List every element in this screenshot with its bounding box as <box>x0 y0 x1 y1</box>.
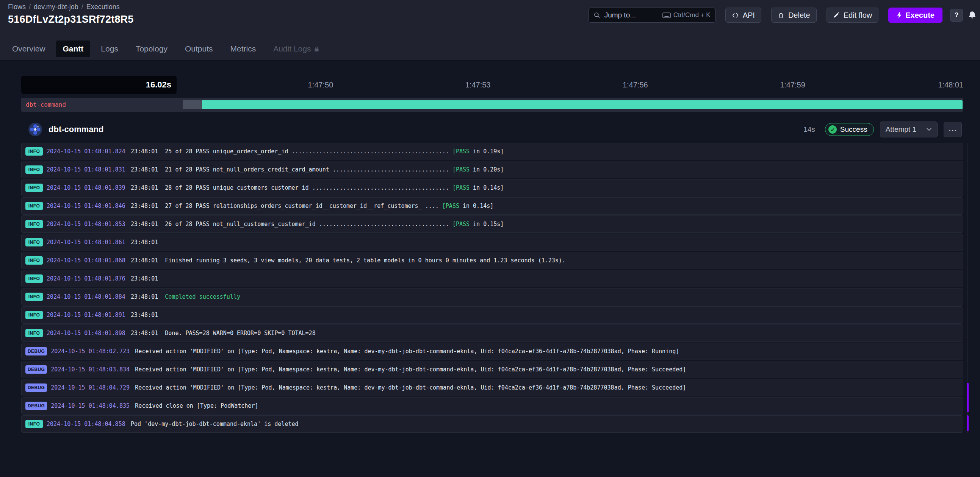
delete-button[interactable]: Delete <box>771 8 817 23</box>
log-level-badge: INFO <box>25 147 43 155</box>
execute-button-label: Execute <box>905 11 934 20</box>
log-timestamp: 2024-10-15 01:48:01.846 <box>47 203 126 209</box>
tab-audit-logs[interactable]: Audit Logs <box>266 41 326 57</box>
breadcrumb-executions[interactable]: Executions <box>86 3 120 11</box>
log-message: 23:48:01 Done. PASS=28 WARN=0 ERROR=0 SK… <box>131 330 316 336</box>
total-duration-label: 16.02s <box>21 76 177 94</box>
breadcrumb-flow-id[interactable]: dev.my-dbt-job <box>34 3 78 11</box>
log-row[interactable]: INFO 2024-10-15 01:48:01.846 23:48:01 27… <box>21 197 963 215</box>
log-level-badge: INFO <box>25 238 43 246</box>
log-level-badge: INFO <box>25 256 43 265</box>
tab-outputs[interactable]: Outputs <box>178 41 220 57</box>
log-timestamp: 2024-10-15 01:48:01.884 <box>47 293 126 300</box>
status-badge-label: Success <box>840 125 867 134</box>
api-button[interactable]: API <box>725 8 761 23</box>
time-axis: 1:47:50 1:47:53 1:47:56 1:47:59 1:48:01 <box>177 76 963 94</box>
execution-id-title: 516DfLvZt2p31SRf72t8R5 <box>8 14 134 25</box>
log-row[interactable]: DEBUG 2024-10-15 01:48:04.729 Received a… <box>21 379 963 396</box>
edit-flow-button[interactable]: Edit flow <box>827 8 879 23</box>
log-list: INFO 2024-10-15 01:48:01.824 23:48:01 25… <box>21 143 963 433</box>
tab-audit-logs-label: Audit Logs <box>273 44 311 53</box>
log-row[interactable]: INFO 2024-10-15 01:48:01.831 23:48:01 21… <box>21 161 963 178</box>
gantt-header: 16.02s 1:47:50 1:47:53 1:47:56 1:47:59 1… <box>21 76 963 94</box>
log-level-badge: INFO <box>25 274 43 283</box>
top-header: Flows / dev.my-dbt-job / Executions 516D… <box>0 0 980 38</box>
log-message: 23:48:01 <box>131 312 158 319</box>
log-message: 23:48:01 21 of 28 PASS not_null_orders_c… <box>131 166 504 173</box>
gantt-bar-pending-segment[interactable] <box>183 100 202 109</box>
breadcrumb-flows[interactable]: Flows <box>8 3 26 11</box>
log-message: 23:48:01 26 of 28 PASS not_null_customer… <box>131 221 504 228</box>
log-message: Received action 'MODIFIED' on [Type: Pod… <box>135 366 686 373</box>
shortcut-text: Ctrl/Cmd + K <box>673 11 711 19</box>
log-row[interactable]: INFO 2024-10-15 01:48:01.861 23:48:01 <box>21 234 963 251</box>
log-row[interactable]: INFO 2024-10-15 01:48:01.876 23:48:01 <box>21 270 963 287</box>
log-row[interactable]: INFO 2024-10-15 01:48:01.891 23:48:01 <box>21 306 963 324</box>
notifications-bell-icon[interactable] <box>967 11 977 20</box>
log-level-badge: INFO <box>25 165 43 174</box>
log-timestamp: 2024-10-15 01:48:01.876 <box>47 275 126 282</box>
chevron-down-icon <box>926 128 932 132</box>
gantt-bar-running-segment[interactable] <box>202 100 963 109</box>
tab-logs[interactable]: Logs <box>94 41 125 57</box>
search-icon <box>593 12 600 19</box>
success-check-icon <box>829 125 837 134</box>
time-tick: 1:48:01 <box>938 81 963 89</box>
log-level-badge: INFO <box>25 329 43 337</box>
log-row[interactable]: DEBUG 2024-10-15 01:48:02.723 Received a… <box>21 342 963 360</box>
time-tick: 1:47:53 <box>465 81 491 89</box>
time-tick: 1:47:59 <box>780 81 805 89</box>
task-menu-button[interactable]: … <box>943 122 962 137</box>
tab-gantt[interactable]: Gantt <box>56 41 91 57</box>
log-timestamp: 2024-10-15 01:48:01.891 <box>47 312 126 319</box>
log-message: 23:48:01 28 of 28 PASS unique_customers_… <box>131 184 504 191</box>
log-level-badge: INFO <box>25 202 43 210</box>
log-message: 23:48:01 <box>131 275 158 282</box>
log-row[interactable]: INFO 2024-10-15 01:48:01.824 23:48:01 25… <box>21 143 963 160</box>
search-input[interactable] <box>604 11 648 20</box>
tab-metrics[interactable]: Metrics <box>224 41 263 57</box>
lightning-icon <box>896 11 902 19</box>
log-timestamp: 2024-10-15 01:48:01.824 <box>47 148 126 155</box>
log-row[interactable]: INFO 2024-10-15 01:48:01.868 23:48:01 Fi… <box>21 252 963 269</box>
scrollbar-thumb[interactable] <box>967 383 969 412</box>
log-timestamp: 2024-10-15 01:48:01.898 <box>47 330 126 336</box>
log-level-badge: DEBUG <box>25 347 47 355</box>
log-row[interactable]: DEBUG 2024-10-15 01:48:03.834 Received a… <box>21 361 963 378</box>
tab-overview[interactable]: Overview <box>5 41 52 57</box>
attempt-dropdown[interactable]: Attempt 1 <box>880 122 937 138</box>
log-row[interactable]: INFO 2024-10-15 01:48:01.898 23:48:01 Do… <box>21 325 963 342</box>
task-duration: 14s <box>803 125 815 134</box>
log-row[interactable]: INFO 2024-10-15 01:48:01.839 23:48:01 28… <box>21 179 963 197</box>
log-row[interactable]: INFO 2024-10-15 01:48:01.884 23:48:01 Co… <box>21 288 963 306</box>
api-icon <box>732 12 739 19</box>
log-message: Received close on [Type: PodWatcher] <box>135 403 258 409</box>
log-level-badge: DEBUG <box>25 402 47 410</box>
gantt-task-row[interactable]: dbt-command <box>21 98 963 112</box>
execute-button[interactable]: Execute <box>888 8 942 23</box>
log-level-badge: INFO <box>25 220 43 228</box>
log-row[interactable]: DEBUG 2024-10-15 01:48:04.835 Received c… <box>21 397 963 415</box>
log-message: Pod 'dev-my-dbt-job-dbt-command-eknla' i… <box>131 421 299 428</box>
log-message: Received action 'MODIFIED' on [Type: Pod… <box>135 384 686 391</box>
status-badge: Success <box>825 123 874 136</box>
task-card: dbt-command 14s Success Attempt 1 … INFO… <box>21 117 963 433</box>
gantt-task-label: dbt-command <box>21 101 66 108</box>
keyboard-icon <box>662 13 671 18</box>
log-timestamp: 2024-10-15 01:48:02.723 <box>51 348 130 355</box>
log-timestamp: 2024-10-15 01:48:04.729 <box>51 384 130 391</box>
log-message: Received action 'MODIFIED' on [Type: Pod… <box>135 348 679 355</box>
attempt-dropdown-value: Attempt 1 <box>886 125 916 134</box>
task-icon <box>28 122 43 137</box>
log-row[interactable]: INFO 2024-10-15 01:48:04.858 Pod 'dev-my… <box>21 415 963 433</box>
jump-to-search[interactable]: Ctrl/Cmd + K <box>589 8 716 23</box>
scrollbar-thumb[interactable] <box>967 415 969 431</box>
log-timestamp: 2024-10-15 01:48:04.858 <box>47 421 126 428</box>
delete-button-label: Delete <box>788 11 810 20</box>
tab-bar: Overview Gantt Logs Topology Outputs Met… <box>0 38 980 60</box>
tab-topology[interactable]: Topology <box>129 41 174 57</box>
log-row[interactable]: INFO 2024-10-15 01:48:01.853 23:48:01 26… <box>21 216 963 233</box>
help-button[interactable]: ? <box>950 9 963 22</box>
log-message: 23:48:01 Finished running 3 seeds, 3 vie… <box>131 257 565 264</box>
log-timestamp: 2024-10-15 01:48:01.853 <box>47 221 126 228</box>
